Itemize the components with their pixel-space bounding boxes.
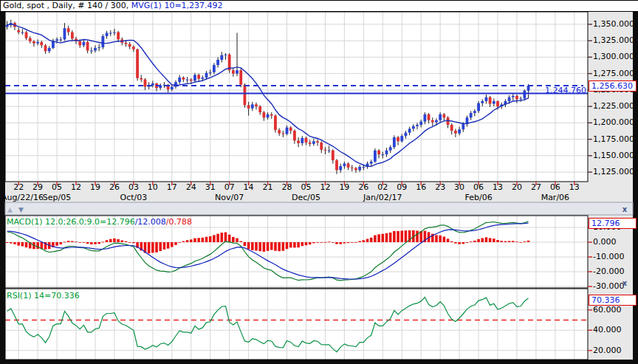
rsi-panel-close-icon[interactable]: x: [620, 279, 630, 288]
macd-panel-close-icon[interactable]: x: [620, 205, 630, 214]
charts-canvas[interactable]: [0, 12, 638, 360]
chart-window: Gold, spot , Daily, # 140 / 300, MVG(1) …: [0, 0, 638, 364]
chart-titlebar: Gold, spot , Daily, # 140 / 300, MVG(1) …: [0, 0, 638, 12]
scroll-down-arrow-icon[interactable]: ▼: [18, 206, 24, 213]
instrument-title: Gold, spot , Daily, # 140 / 300,: [3, 1, 128, 10]
mvg-indicator-value: MVG(1) 10=1,237.492: [128, 1, 222, 10]
scroll-up-arrow-icon[interactable]: ▲: [7, 206, 13, 213]
